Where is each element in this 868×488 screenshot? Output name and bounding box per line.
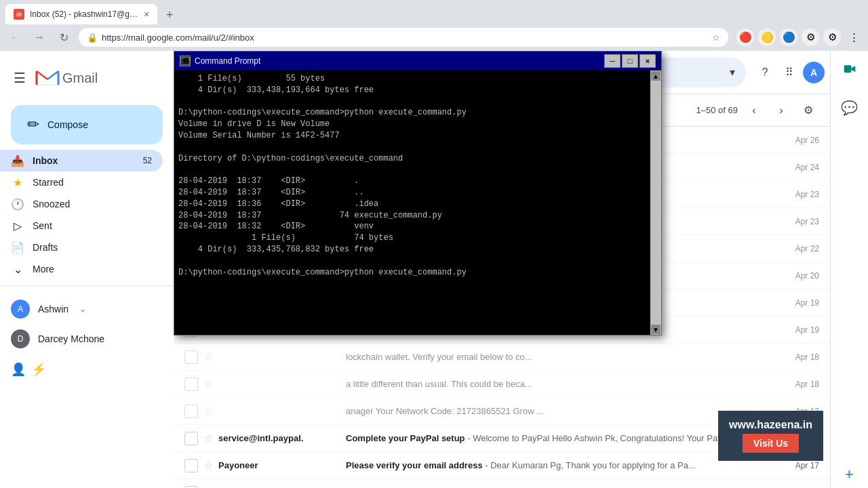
email-star[interactable]: ☆ <box>203 405 213 418</box>
drafts-label: Drafts <box>33 242 58 253</box>
compose-plus-icon: ✏ <box>27 116 39 134</box>
drafts-icon: 📄 <box>11 241 24 254</box>
chat-icon[interactable]: 💬 <box>836 94 863 121</box>
sidebar-item-inbox[interactable]: 📥 Inbox 52 <box>0 150 163 171</box>
ad-cta-button[interactable]: Visit Us <box>743 434 799 453</box>
url-text: https://mail.google.com/mail/u/2/#inbox <box>102 33 708 43</box>
table-row[interactable]: ☆ Payoneer Your application to Payoneer … <box>174 479 830 488</box>
scroll-down-btn[interactable]: ▼ <box>651 325 660 334</box>
address-bar[interactable]: 🔒 https://mail.google.com/mail/u/2/#inbo… <box>79 28 728 47</box>
bookmark-icon[interactable]: ☆ <box>712 33 720 43</box>
cmd-controls: ─ □ × <box>604 54 656 68</box>
starred-icon: ★ <box>11 176 24 189</box>
cmd-titlebar[interactable]: C:\ Command Prompt ─ □ × <box>174 52 661 70</box>
back-button[interactable]: ← <box>5 28 24 47</box>
sidebar-divider <box>0 285 174 286</box>
more-label: More <box>33 264 54 274</box>
email-checkbox[interactable] <box>184 459 198 472</box>
email-checkbox[interactable] <box>184 378 198 391</box>
email-star[interactable]: ☆ <box>203 378 213 390</box>
apps-button[interactable]: ⠿ <box>778 62 800 83</box>
active-tab[interactable]: ✉ Inbox (52) - pkashwin17@gmail × <box>5 4 157 24</box>
email-date: Apr 22 <box>778 244 819 253</box>
compose-button[interactable]: ✏ Compose <box>11 105 163 144</box>
right-panel: 💬 + <box>830 51 868 488</box>
ext-icon-1[interactable]: 🔴 <box>736 28 754 46</box>
sidebar-item-snoozed[interactable]: 🕐 Snoozed <box>0 193 163 215</box>
email-star[interactable]: ☆ <box>203 350 213 363</box>
user-item-darcey[interactable]: D Darcey Mchone <box>11 327 163 351</box>
cmd-body[interactable]: 1 File(s) 55 bytes 4 Dir(s) 333,438,193,… <box>174 70 650 335</box>
svg-text:C:\: C:\ <box>182 58 190 64</box>
user-item-ashwin[interactable]: A Ashwin ⌄ <box>11 297 163 321</box>
sidebar-item-starred[interactable]: ★ Starred <box>0 171 163 193</box>
cmd-minimize-button[interactable]: ─ <box>604 54 620 68</box>
email-subject: Please verify your email address - Dear … <box>346 460 773 470</box>
gmail-header: ☰ Gmail <box>0 56 174 100</box>
top-right-icons: ? ⠿ A <box>754 62 825 83</box>
starred-label: Starred <box>33 177 64 188</box>
ad-overlay: www.hazeena.in Visit Us <box>718 411 823 461</box>
next-page-button[interactable]: › <box>770 100 792 121</box>
add-icon[interactable]: + <box>836 461 863 488</box>
email-date: Apr 18 <box>778 380 819 389</box>
email-star[interactable]: ☆ <box>203 432 213 445</box>
snoozed-icon: 🕐 <box>11 198 24 211</box>
gmail-container: ☰ Gmail ✏ Compose 📥 Inbox 52 <box>0 51 868 488</box>
cmd-maximize-button[interactable]: □ <box>622 54 638 68</box>
email-subject: lockchain wallet. Verify your email belo… <box>346 352 773 362</box>
meet-icon[interactable] <box>836 56 863 83</box>
ashwin-name: Ashwin <box>38 304 68 314</box>
sidebar-bottom: 👤 ⚡ <box>0 357 174 382</box>
tab-title: Inbox (52) - pkashwin17@gmail <box>30 9 138 19</box>
tab-close-button[interactable]: × <box>144 9 149 20</box>
user-section: A Ashwin ⌄ D Darcey Mchone <box>0 291 174 357</box>
email-subject: Complete your PayPal setup - Welcome to … <box>346 433 773 443</box>
main-content: 🔍 Search mail ▾ ? ⠿ A ☐▾ ↻ ⋮ 1–50 of 69 … <box>174 51 830 488</box>
table-row[interactable]: ☆ lockchain wallet. Verify your email be… <box>174 344 830 371</box>
email-date: Apr 23 <box>778 217 819 226</box>
sidebar-item-drafts[interactable]: 📄 Drafts <box>0 237 163 258</box>
ext-icon-5[interactable]: ⚙ <box>823 28 841 46</box>
search-dropdown-icon[interactable]: ▾ <box>730 66 735 79</box>
tab-bar: ✉ Inbox (52) - pkashwin17@gmail × + <box>0 0 868 24</box>
email-star[interactable]: ☆ <box>203 459 213 472</box>
account-avatar[interactable]: A <box>803 62 825 83</box>
email-date: Apr 17 <box>778 461 819 470</box>
prev-page-button[interactable]: ‹ <box>743 100 765 121</box>
email-checkbox[interactable] <box>184 405 198 418</box>
table-row[interactable]: ☆ a little different than usual. This co… <box>174 371 830 398</box>
sidebar-more-button[interactable]: ⌄ More <box>0 258 174 280</box>
cmd-scrollbar[interactable]: ▲ ▼ <box>650 70 661 335</box>
email-checkbox[interactable] <box>184 432 198 445</box>
toolbar-right: 1–50 of 69 ‹ › ⚙ <box>696 100 819 121</box>
new-tab-button[interactable]: + <box>160 5 179 24</box>
email-checkbox[interactable] <box>184 350 198 364</box>
inbox-icon: 📥 <box>11 155 24 167</box>
activity-icon[interactable]: ⚡ <box>31 362 46 377</box>
sidebar-item-sent[interactable]: ▷ Sent <box>0 215 163 237</box>
help-button[interactable]: ? <box>754 62 776 83</box>
scroll-up-btn[interactable]: ▲ <box>651 71 660 81</box>
compose-label: Compose <box>47 119 88 130</box>
chrome-menu[interactable]: ⋮ <box>845 28 863 46</box>
address-bar-row: ← → ↻ 🔒 https://mail.google.com/mail/u/2… <box>0 24 868 50</box>
ext-icon-2[interactable]: 🟡 <box>758 28 776 46</box>
email-date: Apr 19 <box>778 298 819 308</box>
inbox-count: 52 <box>143 156 152 165</box>
reload-button[interactable]: ↻ <box>54 28 73 47</box>
ext-icon-3[interactable]: 🔵 <box>780 28 797 46</box>
cmd-title-text: Command Prompt <box>195 56 600 66</box>
darcey-name: Darcey Mchone <box>38 333 104 344</box>
email-date: Apr 24 <box>778 163 819 172</box>
forward-button[interactable]: → <box>30 28 49 47</box>
email-date: Apr 19 <box>778 325 819 335</box>
ext-icon-4[interactable]: ⚙ <box>802 28 819 46</box>
account-settings-icon[interactable]: 👤 <box>11 362 26 377</box>
email-checkbox[interactable] <box>184 486 198 489</box>
hamburger-menu[interactable]: ☰ <box>11 67 28 89</box>
email-subject: a little different than usual. This coul… <box>346 379 773 389</box>
snoozed-label: Snoozed <box>33 199 70 209</box>
view-settings-button[interactable]: ⚙ <box>797 100 819 121</box>
cmd-close-button[interactable]: × <box>639 54 656 68</box>
